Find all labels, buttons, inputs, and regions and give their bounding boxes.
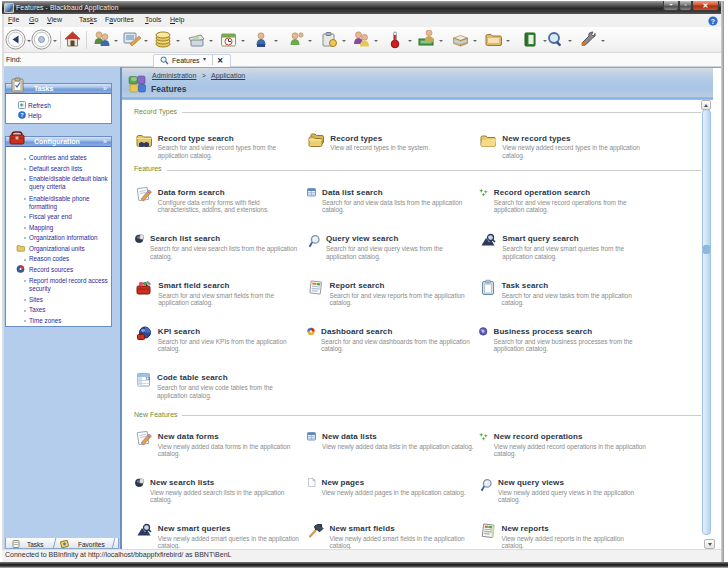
svg-text:?: ? <box>711 18 715 25</box>
svg-text:15: 15 <box>145 376 150 381</box>
